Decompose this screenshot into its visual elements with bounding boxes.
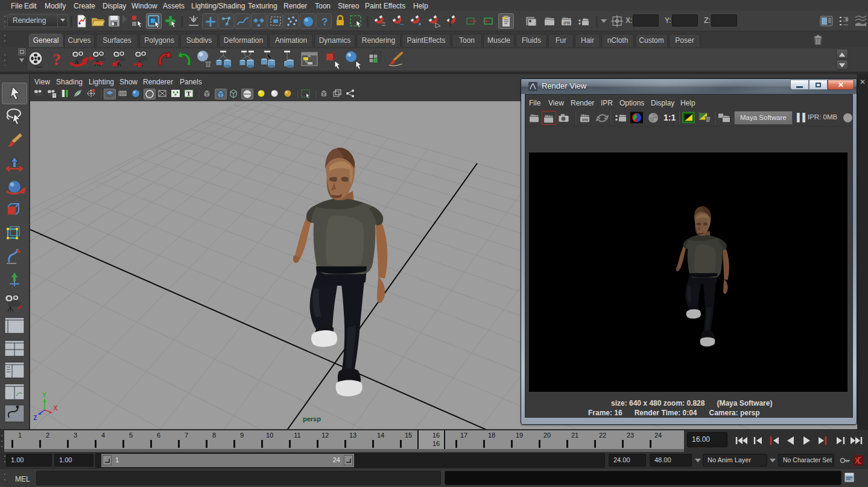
svg-text:X: X <box>53 405 57 412</box>
svg-text:T: T <box>186 90 191 97</box>
svg-text:IPR: IPR <box>563 21 571 25</box>
svg-text:IPR: IPR <box>582 118 589 122</box>
svg-text:Z: Z <box>33 415 37 421</box>
svg-text:?: ? <box>52 50 61 69</box>
svg-text:Y: Y <box>42 392 46 398</box>
svg-text:?: ? <box>322 16 328 28</box>
